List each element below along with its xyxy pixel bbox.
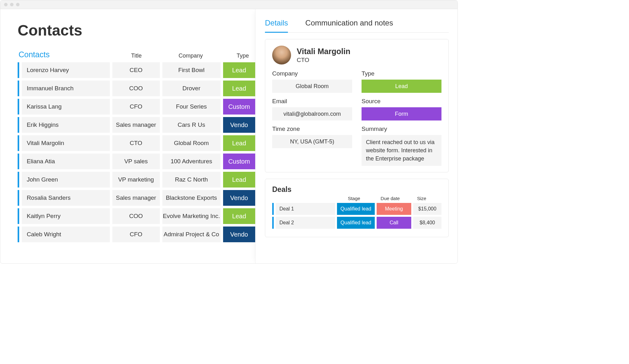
deals-column-stage: Stage bbox=[335, 196, 373, 201]
deals-title: Deals bbox=[272, 185, 441, 194]
cell-company: Raz C North bbox=[162, 172, 221, 188]
field-timezone: Time zone NY, USA (GMT-5) bbox=[272, 126, 352, 166]
table-row[interactable]: Lorenzo HarveyCEOFirst BowlLead bbox=[18, 62, 255, 78]
field-timezone-label: Time zone bbox=[272, 126, 352, 132]
deal-name: Deal 1 bbox=[276, 203, 335, 215]
cell-name: Immanuel Branch bbox=[22, 81, 110, 96]
deals-card: Deals Stage Due date Size Deal 1Qualifie… bbox=[265, 179, 449, 237]
cell-title: CTO bbox=[112, 135, 160, 151]
cell-type: Custom bbox=[223, 154, 255, 169]
field-source-value[interactable]: Form bbox=[362, 107, 441, 120]
cell-title: COO bbox=[112, 208, 160, 224]
field-type: Type Lead bbox=[362, 70, 441, 93]
window-titlebar bbox=[0, 0, 458, 9]
deal-size: $15,000 bbox=[413, 203, 441, 215]
cell-name: Vitali Margolin bbox=[22, 135, 110, 151]
table-row[interactable]: Erik HigginsSales managerCars R UsVendo bbox=[18, 117, 255, 133]
row-accent-bar bbox=[272, 203, 274, 215]
cell-company: First Bowl bbox=[162, 62, 221, 78]
cell-name: Erik Higgins bbox=[22, 117, 110, 133]
cell-type: Vendo bbox=[223, 190, 255, 206]
field-type-value[interactable]: Lead bbox=[362, 80, 441, 93]
deal-size: $8,400 bbox=[413, 217, 441, 229]
table-row[interactable]: Kaitlyn PerryCOOEvolve Marketing Inc.Lea… bbox=[18, 208, 255, 224]
window-dot-close-icon[interactable] bbox=[4, 3, 8, 6]
field-summary-value[interactable]: Client reached out to us via website for… bbox=[362, 135, 441, 166]
cell-type: Custom bbox=[223, 99, 255, 115]
row-accent-bar bbox=[18, 154, 19, 169]
content-area: Contacts Contacts Title Company Type Lor… bbox=[0, 9, 458, 263]
table-row[interactable]: Vitali MargolinCTOGlobal RoomLead bbox=[18, 135, 255, 151]
deal-due: Call bbox=[377, 217, 411, 229]
cell-company: Four Series bbox=[162, 99, 221, 115]
field-timezone-value[interactable]: NY, USA (GMT-5) bbox=[272, 135, 352, 148]
field-summary: Summary Client reached out to us via web… bbox=[362, 126, 441, 166]
cell-type: Lead bbox=[223, 172, 255, 188]
field-company-label: Company bbox=[272, 70, 352, 77]
row-accent-bar bbox=[18, 62, 19, 78]
deal-due: Meeting bbox=[377, 203, 411, 215]
row-accent-bar bbox=[18, 172, 19, 188]
contacts-header-row: Contacts Title Company Type bbox=[18, 50, 255, 59]
deal-stage: Qualified lead bbox=[337, 217, 375, 229]
cell-type: Lead bbox=[223, 81, 255, 96]
cell-name: Lorenzo Harvey bbox=[22, 62, 110, 78]
cell-title: Sales manager bbox=[112, 117, 160, 133]
table-row[interactable]: John GreenVP marketingRaz C NorthLead bbox=[18, 172, 255, 188]
cell-title: Sales manager bbox=[112, 190, 160, 206]
cell-type: Lead bbox=[223, 62, 255, 78]
tabs: Details Communication and notes bbox=[265, 19, 449, 33]
field-company-value[interactable]: Global Room bbox=[272, 80, 352, 93]
row-accent-bar bbox=[18, 208, 19, 224]
cell-title: COO bbox=[112, 81, 160, 96]
row-accent-bar bbox=[18, 99, 19, 115]
app-window: Contacts Contacts Title Company Type Lor… bbox=[0, 0, 458, 264]
tab-details[interactable]: Details bbox=[265, 19, 288, 33]
table-row[interactable]: Karissa LangCFOFour SeriesCustom bbox=[18, 99, 255, 115]
column-header-company: Company bbox=[161, 53, 221, 59]
table-row[interactable]: Caleb WrightCFOAdmiral Project & CoVendo bbox=[18, 227, 255, 242]
cell-name: Caleb Wright bbox=[22, 227, 110, 242]
contacts-table: Contacts Title Company Type Lorenzo Harv… bbox=[18, 50, 255, 242]
cell-company: Drover bbox=[162, 81, 221, 96]
cell-type: Lead bbox=[223, 208, 255, 224]
cell-company: Global Room bbox=[162, 135, 221, 151]
avatar bbox=[272, 46, 291, 64]
field-email-value[interactable]: vitali@globalroom.com bbox=[272, 107, 352, 120]
window-dot-zoom-icon[interactable] bbox=[16, 3, 20, 6]
deal-name: Deal 2 bbox=[276, 217, 335, 229]
deals-header-row: Stage Due date Size bbox=[272, 196, 441, 201]
field-source: Source Form bbox=[362, 98, 441, 120]
cell-title: CEO bbox=[112, 62, 160, 78]
column-header-type: Type bbox=[221, 53, 254, 59]
cell-name: Kaitlyn Perry bbox=[22, 208, 110, 224]
column-header-title: Title bbox=[112, 53, 161, 59]
cell-title: CFO bbox=[112, 99, 160, 115]
details-pane: Details Communication and notes Vitali M… bbox=[255, 9, 458, 263]
table-row[interactable]: Rosalia SandersSales managerBlackstone E… bbox=[18, 190, 255, 206]
profile-card: Vitali Margolin CTO Company Global Room … bbox=[265, 39, 449, 172]
tab-communication[interactable]: Communication and notes bbox=[305, 19, 393, 32]
cell-name: Eliana Atia bbox=[22, 154, 110, 169]
row-accent-bar bbox=[18, 81, 19, 96]
table-row[interactable]: Eliana AtiaVP sales100 AdventuresCustom bbox=[18, 154, 255, 169]
cell-company: 100 Adventures bbox=[162, 154, 221, 169]
table-row[interactable]: Immanuel BranchCOODroverLead bbox=[18, 81, 255, 96]
deal-row[interactable]: Deal 2Qualified leadCall$8,400 bbox=[272, 217, 441, 229]
cell-company: Admiral Project & Co bbox=[162, 227, 221, 242]
deal-row[interactable]: Deal 1Qualified leadMeeting$15,000 bbox=[272, 203, 441, 215]
profile-name: Vitali Margolin bbox=[297, 47, 350, 56]
profile-details-grid: Company Global Room Type Lead Email vita… bbox=[272, 70, 441, 166]
page-title: Contacts bbox=[18, 22, 255, 39]
cell-title: CFO bbox=[112, 227, 160, 242]
field-source-label: Source bbox=[362, 98, 441, 105]
cell-company: Blackstone Exports bbox=[162, 190, 221, 206]
cell-title: VP marketing bbox=[112, 172, 160, 188]
window-dot-minimize-icon[interactable] bbox=[10, 3, 14, 6]
contacts-pane: Contacts Contacts Title Company Type Lor… bbox=[0, 9, 255, 263]
cell-company: Evolve Marketing Inc. bbox=[162, 208, 221, 224]
deals-column-size: Size bbox=[407, 196, 436, 201]
cell-type: Vendo bbox=[223, 117, 255, 133]
contacts-rows: Lorenzo HarveyCEOFirst BowlLeadImmanuel … bbox=[18, 62, 255, 242]
profile-title: CTO bbox=[297, 57, 350, 64]
